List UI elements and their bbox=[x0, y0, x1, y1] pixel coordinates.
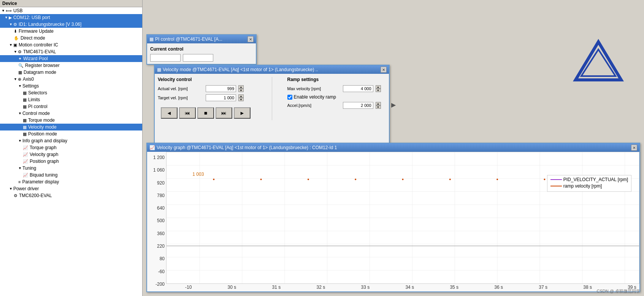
tree-item-velocitymode[interactable]: ▦Velocity mode bbox=[0, 124, 142, 130]
tree-item-direct[interactable]: ✋Direct mode bbox=[0, 35, 142, 41]
tree-label-selectors: Selectors bbox=[28, 90, 47, 95]
svg-point-31 bbox=[544, 178, 545, 180]
pi-control-close-button[interactable]: ✕ bbox=[247, 36, 254, 42]
velocity-controls: ◄ ⏮ ■ ⏭ ► bbox=[158, 106, 257, 120]
actual-vel-input[interactable] bbox=[206, 85, 236, 92]
max-vel-spin-down[interactable]: ▼ bbox=[376, 89, 381, 92]
velocity-mode-close-button[interactable]: ✕ bbox=[381, 67, 387, 73]
tree-item-selectors[interactable]: ▦Selectors bbox=[0, 89, 142, 96]
velocity-control-section: Velocity control Actual vel. [rpm] ▲ ▼ T… bbox=[158, 77, 257, 120]
tree-item-com12[interactable]: ▼▶COM12: USB port bbox=[0, 14, 142, 21]
actual-vel-spin-up[interactable]: ▲ bbox=[238, 85, 244, 89]
accel-spin-up[interactable]: ▲ bbox=[376, 102, 381, 105]
y-axis-label: 640 bbox=[157, 205, 165, 211]
tree-item-register[interactable]: 🔍Register browser bbox=[0, 62, 142, 69]
tree-label-firmware: Firmware Update bbox=[19, 29, 54, 34]
velocity-graph-window: 📈 Velocity graph @TMC4671-EVAL [Aq] <1st… bbox=[146, 143, 640, 292]
watermark: CSDN @ 卓联微范同学 bbox=[597, 288, 640, 294]
tree-icon-torquegraph: 📈 bbox=[23, 145, 28, 150]
tree-icon-datagram: ▦ bbox=[18, 70, 22, 75]
tree-item-motion[interactable]: ▼▣Motion controller IC bbox=[0, 41, 142, 48]
tree-item-positionmode[interactable]: ▦Position mode bbox=[0, 130, 142, 137]
enable-ramp-label: Enable velocity ramp bbox=[294, 94, 336, 100]
tree-item-id1[interactable]: ▼⚙ID1: Landungsbruecke [V 3.06] bbox=[0, 21, 142, 28]
x-axis-label: 37 s bbox=[539, 285, 547, 290]
tree-label-infograph: Info graph and display bbox=[22, 138, 67, 143]
tree-item-torquegraph[interactable]: 📈Torque graph bbox=[0, 144, 142, 151]
tree-item-torquemode[interactable]: ▦Torque mode bbox=[0, 117, 142, 124]
current-control-label: Current control bbox=[150, 46, 253, 52]
target-vel-spinner[interactable]: ▲ ▼ bbox=[238, 94, 244, 101]
vel-scroll-right[interactable]: ▶ bbox=[391, 101, 396, 108]
target-vel-spin-down[interactable]: ▼ bbox=[238, 98, 244, 101]
max-vel-input[interactable] bbox=[343, 85, 373, 92]
tree-item-datagram[interactable]: ▦Datagram mode bbox=[0, 69, 142, 76]
actual-vel-spinner[interactable]: ▲ ▼ bbox=[238, 85, 244, 92]
tree-item-tuning[interactable]: ▼Tuning bbox=[0, 165, 142, 172]
tree-icon-velocitygraph: 📈 bbox=[23, 152, 28, 157]
velocity-mode-icon: ▦ bbox=[157, 67, 161, 72]
velocity-mode-titlebar: ▦ Velocity mode @TMC4671-EVAL [Aq] <1st … bbox=[155, 65, 389, 74]
tree-item-tmc6200[interactable]: ⚙TMC6200-EVAL bbox=[0, 192, 142, 199]
tree-item-picontrol[interactable]: ▦PI control bbox=[0, 103, 142, 110]
tree-item-powerdriver[interactable]: ▼Power driver bbox=[0, 185, 142, 192]
accel-spinner[interactable]: ▲ ▼ bbox=[376, 102, 381, 109]
target-vel-input[interactable] bbox=[206, 94, 236, 101]
pi-control-title-left: ▦ PI control @TMC4671-EVAL [A... bbox=[149, 37, 222, 42]
vel-stop-button[interactable]: ■ bbox=[197, 107, 214, 119]
tree-label-controlmode: Control mode bbox=[22, 111, 50, 116]
pi-input-2[interactable] bbox=[183, 54, 213, 62]
actual-vel-spin-down[interactable]: ▼ bbox=[238, 89, 244, 92]
tree-item-biquad[interactable]: 📈Biquad tuning bbox=[0, 172, 142, 178]
max-vel-spinner[interactable]: ▲ ▼ bbox=[376, 85, 381, 92]
tree-item-velocitygraph[interactable]: 📈Velocity graph bbox=[0, 151, 142, 158]
vel-next-button[interactable]: ⏭ bbox=[216, 107, 232, 119]
tree-icon-limits: ▦ bbox=[23, 97, 27, 102]
tree-item-infograph[interactable]: ▼Info graph and display bbox=[0, 137, 142, 144]
tree-icon-motion: ▣ bbox=[13, 43, 17, 48]
tree-item-firmware[interactable]: ⬇Firmware Update bbox=[0, 28, 142, 35]
tree-icon-direct: ✋ bbox=[14, 36, 19, 41]
tree-icon-wizard: ✦ bbox=[18, 56, 22, 61]
pi-input-1[interactable] bbox=[150, 54, 181, 62]
vel-forward-button[interactable]: ► bbox=[234, 107, 251, 119]
velocity-graph-close-button[interactable]: ✕ bbox=[631, 145, 637, 151]
legend-pid-velocity: PID_VELOCITY_ACTUAL [rpm] bbox=[550, 177, 628, 182]
tree-label-positiongraph: Position graph bbox=[30, 159, 59, 164]
tree-arrow-axis0: ▼ bbox=[14, 77, 17, 81]
enable-ramp-checkbox[interactable] bbox=[287, 95, 292, 100]
y-axis-label: 80 bbox=[160, 256, 165, 261]
tree-icon-usb: ⟺ bbox=[6, 8, 12, 13]
y-axis-label: 1 200 bbox=[153, 155, 165, 160]
tree-icon-tmc4671: ⚙ bbox=[18, 49, 22, 54]
tree-item-limits[interactable]: ▦Limits bbox=[0, 96, 142, 103]
tree-item-positiongraph[interactable]: 📈Position graph bbox=[0, 158, 142, 165]
pi-control-window: ▦ PI control @TMC4671-EVAL [A... ✕ Curre… bbox=[146, 34, 257, 65]
accel-spin-down[interactable]: ▼ bbox=[376, 105, 381, 109]
tree-item-paramdisplay[interactable]: ≡Parameter display bbox=[0, 178, 142, 185]
svg-text:1 003: 1 003 bbox=[192, 172, 204, 177]
tree-item-wizard[interactable]: ✦Wizard Pool bbox=[0, 55, 142, 62]
target-vel-row: Target vel. [rpm] ▲ ▼ bbox=[158, 94, 257, 101]
vel-prev-button[interactable]: ⏮ bbox=[179, 107, 196, 119]
accel-input[interactable] bbox=[343, 102, 373, 109]
vel-reverse-button[interactable]: ◄ bbox=[161, 107, 178, 119]
target-vel-spin-up[interactable]: ▲ bbox=[238, 94, 244, 98]
max-vel-spin-up[interactable]: ▲ bbox=[376, 85, 381, 89]
tree-item-controlmode[interactable]: ▼Control mode bbox=[0, 110, 142, 117]
svg-point-27 bbox=[355, 178, 356, 180]
legend-pid-label: PID_VELOCITY_ACTUAL [rpm] bbox=[563, 177, 628, 182]
velocity-chart-svg: 1 003 bbox=[167, 152, 639, 283]
logo-area: NAAMIC bbox=[560, 38, 636, 76]
svg-point-28 bbox=[402, 178, 404, 180]
graph-svg-container: 1 003 PID_VELOCITY_ACTUAL [rpm] ramp vel… bbox=[166, 152, 639, 284]
tree-icon-velocitymode: ▦ bbox=[23, 125, 27, 130]
tree-item-axis0[interactable]: ▼⊕Axis0 bbox=[0, 76, 142, 83]
tree-label-velocitymode: Velocity mode bbox=[28, 124, 57, 130]
velocity-graph-titlebar: 📈 Velocity graph @TMC4671-EVAL [Aq] <1st… bbox=[147, 143, 639, 152]
tree-item-settings[interactable]: ▼Settings bbox=[0, 83, 142, 89]
tree-item-usb[interactable]: ▼⟺USB bbox=[0, 7, 142, 14]
tree-arrow-tuning: ▼ bbox=[18, 166, 22, 170]
tree-item-tmc4671[interactable]: ▼⚙TMC4671-EVAL bbox=[0, 48, 142, 55]
x-axis-label: 35 s bbox=[450, 285, 458, 290]
